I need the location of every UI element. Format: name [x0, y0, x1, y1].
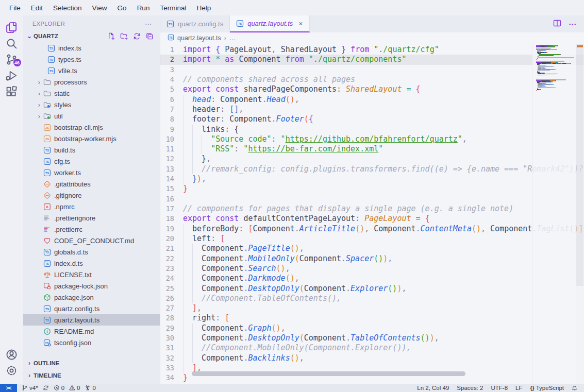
code-line[interactable]: 35	[160, 383, 584, 384]
file-tree-item[interactable]: TSbuild.ts	[23, 144, 160, 156]
file-tree-item[interactable]: ›static	[23, 88, 160, 99]
code-line[interactable]: 32Component.Backlinks(),	[160, 353, 584, 363]
breadcrumb-file[interactable]: quartz.layout.ts	[177, 35, 221, 42]
activitybar-accounts[interactable]	[3, 347, 21, 362]
code-line[interactable]: 30Component.DesktopOnly(Component.TableO…	[160, 333, 584, 343]
file-tree-item[interactable]: ›processors	[23, 76, 160, 88]
code-line[interactable]: 23Component.Search(),	[160, 264, 584, 274]
remote-indicator[interactable]: ><	[0, 384, 17, 392]
status-sync[interactable]	[43, 385, 49, 391]
new-file-icon[interactable]	[107, 32, 115, 40]
file-tree-item[interactable]: TScfg.ts	[23, 156, 160, 167]
workspace-section-header[interactable]: ⌄ QUARTZ	[23, 30, 160, 42]
code-line[interactable]: 3	[160, 65, 584, 75]
code-line[interactable]: 7header: [],	[160, 105, 584, 114]
code-line[interactable]: 27],	[160, 303, 584, 313]
file-tree-item[interactable]: JSbootstrap-worker.mjs	[23, 133, 160, 144]
menu-item-file[interactable]: File	[4, 2, 26, 14]
collapse-all-icon[interactable]	[146, 32, 154, 40]
new-folder-icon[interactable]	[120, 32, 128, 40]
code-line[interactable]: 8footer: Component.Footer({	[160, 114, 584, 124]
code-line[interactable]: 25Component.DesktopOnly(Component.Explor…	[160, 284, 584, 294]
tab-quartz.layout.ts[interactable]: TSquartz.layout.ts×	[230, 15, 309, 32]
file-tree-item[interactable]: ›styles	[23, 99, 160, 110]
breadcrumb-symbol[interactable]: …	[229, 35, 236, 42]
code-line[interactable]: 29Component.Graph(),	[160, 323, 584, 333]
activitybar-source-control[interactable]: 46	[3, 52, 21, 67]
file-tree-item[interactable]: TSindex.d.ts	[23, 258, 160, 269]
status-language-mode[interactable]: {}TypeScript	[530, 385, 564, 391]
overview-ruler[interactable]	[576, 44, 584, 384]
code-line[interactable]: 21Component.PageTitle(),	[160, 244, 584, 253]
code-line[interactable]: 22Component.MobileOnly(Component.Spacer(…	[160, 254, 584, 264]
code-line[interactable]: 2import * as Component from "./quartz/co…	[160, 55, 584, 64]
file-tree-item[interactable]: TSvfile.ts	[23, 65, 160, 76]
code-line[interactable]: 31//Component.MobileOnly(Component.Explo…	[160, 343, 584, 353]
status-git-branch[interactable]: v4*	[22, 385, 38, 391]
horizontal-scrollbar[interactable]	[192, 371, 465, 376]
file-tree-item[interactable]: package-lock.json	[23, 280, 160, 292]
code-line[interactable]: 11"RSS": "https://be-far.com/index.xml"	[160, 144, 584, 154]
status-encoding[interactable]: UTF-8	[491, 385, 508, 391]
file-tree-item[interactable]: .gitignore	[23, 190, 160, 201]
status-eol[interactable]: LF	[515, 385, 522, 391]
code-line[interactable]: 24Component.Darkmode(),	[160, 274, 584, 283]
file-tree-item[interactable]: TSquartz.layout.ts	[23, 314, 160, 326]
status-errors[interactable]: 0	[54, 385, 64, 391]
status-indentation[interactable]: Spaces: 2	[457, 385, 483, 391]
file-tree-item[interactable]: TSquartz.config.ts	[23, 303, 160, 314]
activitybar-settings[interactable]	[3, 363, 21, 378]
code-line[interactable]: 4// components shared across all pages	[160, 75, 584, 84]
code-line[interactable]: 10"Source code": "https://github.com/bfa…	[160, 134, 584, 144]
file-tree-item[interactable]: TSindex.ts	[23, 42, 160, 54]
file-tree-item[interactable]: n.npmrc	[23, 201, 160, 212]
file-tree-item[interactable]: LICENSE.txt	[23, 269, 160, 280]
code-line[interactable]: 13//remark_config: config.plugins.transf…	[160, 164, 584, 174]
code-line[interactable]: 9links: {	[160, 125, 584, 134]
menu-item-selection[interactable]: Selection	[48, 2, 87, 14]
file-tree-item[interactable]: README.md	[23, 326, 160, 337]
file-tree-item[interactable]: package.json	[23, 292, 160, 303]
editor-more-actions-icon[interactable]: ⋯	[569, 20, 577, 29]
code-line[interactable]: 19beforeBody: [Component.ArticleTitle(),…	[160, 224, 584, 234]
file-tree-item[interactable]: ›util	[23, 110, 160, 122]
split-editor-icon[interactable]	[553, 19, 561, 29]
code-line[interactable]: 5export const sharedPageComponents: Shar…	[160, 84, 584, 94]
activitybar-run-and-debug[interactable]	[3, 67, 21, 83]
minimap[interactable]	[532, 44, 576, 384]
menu-item-run[interactable]: Run	[132, 2, 155, 14]
file-tree-item[interactable]: TStypes.ts	[23, 54, 160, 65]
close-icon[interactable]: ×	[298, 20, 303, 28]
file-tree-item[interactable]: .prettierrc	[23, 224, 160, 235]
status-warnings[interactable]: 0	[69, 385, 80, 391]
code-line[interactable]: 20left: [	[160, 234, 584, 244]
menu-item-view[interactable]: View	[87, 2, 112, 14]
outline-section[interactable]: › OUTLINE	[23, 357, 160, 369]
status-ports[interactable]: 0	[85, 385, 95, 391]
code-line[interactable]: 17// components for pages that display a…	[160, 204, 584, 214]
refresh-icon[interactable]	[133, 32, 141, 40]
file-tree-item[interactable]: TSglobals.d.ts	[23, 246, 160, 258]
menu-item-edit[interactable]: Edit	[26, 2, 48, 14]
tab-quartz.config.ts[interactable]: TSquartz.config.ts	[160, 15, 230, 32]
status-notifications[interactable]	[572, 385, 578, 391]
menu-item-help[interactable]: Help	[191, 2, 216, 14]
file-tree-item[interactable]: .prettierignore	[23, 212, 160, 224]
breadcrumb[interactable]: TS quartz.layout.ts › …	[160, 32, 584, 44]
code-line[interactable]: 26//Component.TableOfContents(),	[160, 294, 584, 303]
activitybar-explorer[interactable]	[3, 20, 21, 35]
activitybar-extensions[interactable]	[3, 83, 21, 99]
file-tree-item[interactable]: TSworker.ts	[23, 167, 160, 178]
menu-item-terminal[interactable]: Terminal	[155, 2, 191, 14]
file-tree-item[interactable]: .gitattributes	[23, 178, 160, 190]
status-cursor-position[interactable]: Ln 2, Col 49	[417, 385, 449, 391]
code-line[interactable]: 18export const defaultContentPageLayout:…	[160, 214, 584, 224]
code-line[interactable]: 1import { PageLayout, SharedLayout } fro…	[160, 45, 584, 55]
code-line[interactable]: 6head: Component.Head(),	[160, 95, 584, 105]
activitybar-search[interactable]	[3, 36, 21, 51]
code-editor[interactable]: 1import { PageLayout, SharedLayout } fro…	[160, 44, 584, 384]
explorer-more-actions-icon[interactable]: ⋯	[145, 20, 153, 28]
menu-item-go[interactable]: Go	[112, 2, 132, 14]
code-line[interactable]: 12},	[160, 154, 584, 164]
code-line[interactable]: 15}	[160, 184, 584, 194]
